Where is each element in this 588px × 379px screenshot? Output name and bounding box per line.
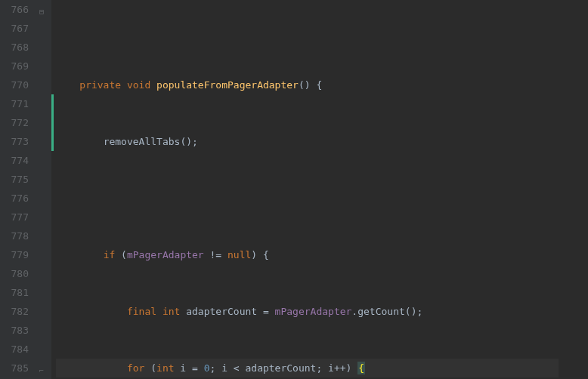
- code-line[interactable]: [56, 189, 559, 208]
- line-number: 767: [6, 19, 29, 38]
- line-number: 780: [6, 264, 29, 283]
- line-number-gutter: 766 767 768 769 770 771 772 773 774 775 …: [0, 0, 36, 379]
- code-editor[interactable]: 766 767 768 769 770 771 772 773 774 775 …: [0, 0, 588, 379]
- line-number: 784: [6, 340, 29, 359]
- line-number: 774: [6, 151, 29, 170]
- line-number: 776: [6, 189, 29, 208]
- line-number: 769: [6, 57, 29, 75]
- matched-brace: {: [357, 362, 365, 374]
- line-number: 775: [6, 170, 29, 189]
- line-number: 770: [6, 75, 29, 94]
- line-number: 779: [6, 245, 29, 264]
- fold-close-icon[interactable]: ⌐: [39, 361, 44, 379]
- code-line[interactable]: removeAllTabs();: [56, 132, 559, 151]
- line-number: 771: [6, 94, 29, 113]
- line-number: 766: [6, 0, 29, 19]
- line-number: 778: [6, 226, 29, 245]
- line-number: 773: [6, 132, 29, 151]
- line-number: 768: [6, 38, 29, 57]
- code-line[interactable]: final int adapterCount = mPagerAdapter.g…: [56, 302, 559, 321]
- fold-open-icon[interactable]: ⊟: [39, 2, 44, 21]
- code-area[interactable]: private void populateFromPagerAdapter() …: [51, 0, 559, 379]
- fold-column[interactable]: ⊟ ⌐: [36, 0, 51, 379]
- line-number: 782: [6, 302, 29, 321]
- code-line[interactable]: for (int i = 0; i < adapterCount; i++) {: [56, 359, 559, 377]
- line-number: 783: [6, 321, 29, 340]
- code-line[interactable]: if (mPagerAdapter != null) {: [56, 245, 559, 264]
- code-line[interactable]: private void populateFromPagerAdapter() …: [56, 75, 559, 94]
- line-number: 777: [6, 208, 29, 226]
- change-marker: [51, 94, 54, 151]
- line-number: 781: [6, 283, 29, 302]
- line-number: 785: [6, 359, 29, 377]
- line-number: 772: [6, 113, 29, 132]
